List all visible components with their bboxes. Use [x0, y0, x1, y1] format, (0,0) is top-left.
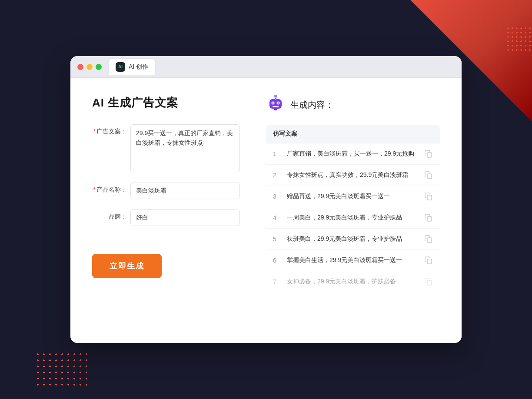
row-number: 6 — [273, 257, 282, 264]
result-header: 生成内容： — [266, 95, 440, 114]
results-header: 仿写文案 — [266, 125, 440, 143]
robot-icon — [266, 95, 285, 114]
copy-icon[interactable] — [424, 277, 433, 286]
svg-point-5 — [273, 103, 274, 104]
title-bar: AI AI 创作 — [70, 56, 462, 78]
svg-rect-8 — [274, 109, 277, 110]
brand-group: 品牌： — [92, 209, 240, 226]
maximize-button[interactable] — [96, 64, 102, 70]
copy-icon[interactable] — [424, 213, 433, 222]
table-row: 5 祛斑美白，29.9元美白淡斑霜，专业护肤品 — [266, 229, 440, 250]
table-row: 7 女神必备，29.9元美白淡斑霜，护肤必备 — [266, 271, 440, 292]
row-text: 掌握美白生活，29.9元美白淡斑霜买一送一 — [287, 256, 419, 265]
row-text: 赠品再送，29.9元美白淡斑霜买一送一 — [287, 192, 419, 201]
svg-point-6 — [278, 103, 279, 104]
svg-rect-15 — [427, 259, 432, 264]
ad-copy-required: * — [93, 128, 96, 135]
table-row: 2 专抹女性斑点，真实功效，29.9元美白淡斑霜 — [266, 165, 440, 186]
svg-rect-16 — [427, 280, 432, 285]
brand-label: 品牌： — [92, 209, 127, 221]
svg-point-9 — [275, 99, 276, 100]
copy-icon[interactable] — [424, 150, 433, 158]
table-row: 6 掌握美白生活，29.9元美白淡斑霜买一送一 — [266, 250, 440, 271]
table-row: 3 赠品再送，29.9元美白淡斑霜买一送一 — [266, 186, 440, 207]
svg-point-1 — [274, 95, 277, 98]
page-title: AI 生成广告文案 — [92, 95, 240, 110]
table-row: 4 一周美白，29.9元美白淡斑霜，专业护肤品 — [266, 207, 440, 229]
results-table: 仿写文案 1 厂家直销，美白淡斑霜，买一送一，29.9元抢购 2 专抹女性斑点，… — [266, 125, 440, 292]
ad-copy-label: *广告文案： — [92, 124, 127, 136]
product-required: * — [93, 186, 96, 193]
result-title: 生成内容： — [290, 99, 334, 111]
row-text: 一周美白，29.9元美白淡斑霜，专业护肤品 — [287, 213, 419, 222]
row-text: 女神必备，29.9元美白淡斑霜，护肤必备 — [287, 277, 419, 286]
table-row: 1 厂家直销，美白淡斑霜，买一送一，29.9元抢购 — [266, 143, 440, 165]
close-button[interactable] — [77, 64, 83, 70]
svg-rect-12 — [427, 195, 432, 200]
main-content: AI 生成广告文案 *广告文案： *产品名称： 品牌： 立 — [70, 78, 462, 343]
copy-icon[interactable] — [424, 192, 433, 201]
row-text: 厂家直销，美白淡斑霜，买一送一，29.9元抢购 — [287, 150, 419, 158]
ad-copy-group: *广告文案： — [92, 124, 240, 172]
right-panel: 生成内容： 仿写文案 1 厂家直销，美白淡斑霜，买一送一，29.9元抢购 2 专… — [266, 95, 440, 326]
left-panel: AI 生成广告文案 *广告文案： *产品名称： 品牌： 立 — [92, 95, 240, 326]
bg-dots-bottom — [35, 351, 87, 386]
generate-button[interactable]: 立即生成 — [92, 254, 162, 278]
row-number: 3 — [273, 193, 282, 200]
row-number: 1 — [273, 150, 282, 157]
product-name-label: *产品名称： — [92, 183, 127, 194]
row-number: 7 — [273, 278, 282, 285]
row-number: 4 — [273, 214, 282, 221]
row-text: 祛斑美白，29.9元美白淡斑霜，专业护肤品 — [287, 235, 419, 243]
copy-icon[interactable] — [424, 171, 433, 180]
copy-icon[interactable] — [424, 235, 433, 243]
svg-rect-14 — [427, 238, 432, 243]
tab-title: AI 创作 — [129, 63, 148, 71]
browser-window: AI AI 创作 AI 生成广告文案 *广告文案： *产品名称： — [70, 56, 462, 343]
results-list: 1 厂家直销，美白淡斑霜，买一送一，29.9元抢购 2 专抹女性斑点，真实功效，… — [266, 143, 440, 292]
window-controls — [77, 64, 102, 70]
product-name-group: *产品名称： — [92, 183, 240, 199]
row-text: 专抹女性斑点，真实功效，29.9元美白淡斑霜 — [287, 171, 419, 180]
ad-copy-input[interactable] — [130, 124, 240, 172]
svg-rect-11 — [427, 174, 432, 179]
minimize-button[interactable] — [86, 64, 93, 70]
row-number: 2 — [273, 172, 282, 179]
svg-rect-10 — [427, 153, 432, 157]
product-name-input[interactable] — [130, 183, 240, 199]
bg-dots-top — [506, 26, 532, 52]
svg-rect-13 — [427, 216, 432, 221]
brand-input[interactable] — [130, 209, 240, 226]
row-number: 5 — [273, 236, 282, 243]
copy-icon[interactable] — [424, 256, 433, 265]
browser-tab[interactable]: AI AI 创作 — [109, 59, 155, 75]
tab-icon: AI — [116, 62, 125, 72]
svg-rect-7 — [273, 106, 279, 107]
